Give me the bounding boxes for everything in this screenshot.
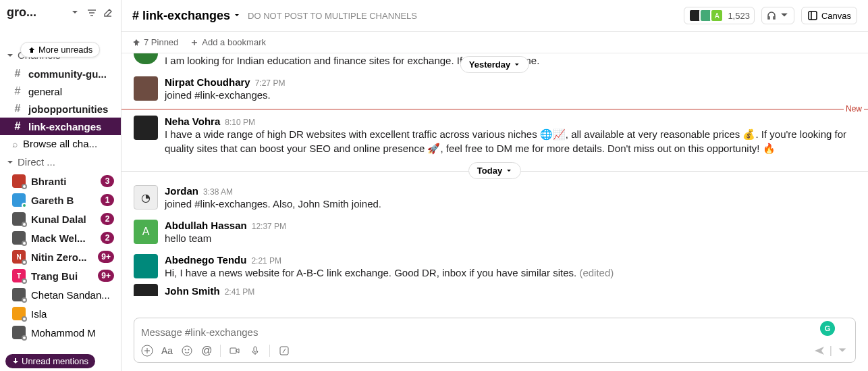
unread-mentions-text: Unread mentions (22, 356, 88, 366)
composer-toolbar: Aa @ | (141, 345, 848, 357)
timestamp[interactable]: 2:41 PM (225, 287, 255, 296)
message-item[interactable]: Abednego Tendu2:21 PM Hi, I have a news … (121, 250, 868, 285)
channel-name: general (28, 86, 114, 97)
date-divider-yesterday[interactable]: Yesterday (460, 56, 529, 73)
dm-item[interactable]: Isla (0, 304, 121, 323)
message-item[interactable]: A Abdullah Hassan12:37 PM hello team (121, 216, 868, 250)
canvas-icon (807, 10, 818, 21)
avatar[interactable]: ◔ (134, 185, 158, 209)
huddle-button[interactable] (761, 7, 794, 24)
dm-item[interactable]: Kunal Dalal2 (0, 209, 121, 228)
chevron-down-icon[interactable] (836, 345, 848, 357)
sidebar-footer: Unread mentions (0, 351, 121, 371)
chevron-down-icon (514, 61, 520, 68)
avatar: N (12, 250, 26, 264)
message-item[interactable]: ◔ Jordan3:38 AM joined #link-exchanges. … (121, 181, 868, 216)
unread-badge: 9+ (98, 270, 114, 282)
channel-item[interactable]: #community-gu... (0, 65, 121, 82)
message-list[interactable]: I am looking for Indian education and fi… (121, 53, 868, 318)
format-icon[interactable]: Aa (161, 345, 173, 356)
dm-item[interactable]: Chetan Sandan... (0, 285, 121, 304)
hash-icon: # (12, 68, 23, 80)
sender-name[interactable]: John Smith (165, 285, 220, 296)
grammarly-icon[interactable]: G (820, 321, 835, 336)
message-input[interactable] (141, 324, 848, 341)
sender-name[interactable]: Neha Vohra (165, 116, 220, 127)
channel-name: community-gu... (28, 68, 114, 80)
dm-name: Isla (31, 308, 114, 320)
message-composer[interactable]: G Aa @ | (134, 318, 856, 363)
avatar[interactable] (134, 116, 158, 140)
member-avatars: A (688, 9, 724, 22)
channel-topic[interactable]: DO NOT POST TO MULTIPLE CHANNELS (248, 11, 417, 21)
dm-name: Mack Wel... (31, 232, 95, 244)
message-item[interactable]: Neha Vohra8:10 PM I have a wide range of… (121, 112, 868, 161)
timestamp[interactable]: 2:21 PM (251, 256, 281, 266)
mic-icon[interactable] (249, 345, 261, 357)
canvas-button[interactable]: Canvas (801, 7, 857, 24)
video-icon[interactable] (229, 345, 241, 357)
avatar[interactable] (134, 284, 158, 296)
timestamp[interactable]: 8:10 PM (225, 118, 255, 127)
dm-item[interactable]: Bhranti3 (0, 172, 121, 191)
dm-name: Bhranti (31, 176, 95, 187)
dm-name: Mohammod M (31, 327, 114, 339)
channel-name-button[interactable]: # link-exchanges (132, 9, 241, 23)
unread-mentions-pill[interactable]: Unread mentions (5, 354, 95, 368)
dm-item[interactable]: Mack Wel...2 (0, 228, 121, 247)
sender-name[interactable]: Abdullah Hassan (165, 220, 247, 231)
dm-name: Nitin Zero... (31, 251, 92, 263)
dm-section-header[interactable]: Direct ... (0, 152, 121, 172)
more-unreads-pill[interactable]: More unreads (20, 42, 100, 57)
chevron-down-icon (233, 11, 241, 20)
bookmark-bar: 7 Pinned Add a bookmark (121, 32, 868, 53)
channel-item[interactable]: #general (0, 82, 121, 100)
dm-label: Direct ... (18, 156, 55, 168)
message-item[interactable]: John Smith2:41 PM (121, 284, 868, 296)
dm-item[interactable]: Mohammod M (0, 323, 121, 342)
channel-item[interactable]: #jobopportunities (0, 100, 121, 118)
filter-icon[interactable] (86, 7, 98, 19)
add-bookmark-text: Add a bookmark (202, 37, 266, 47)
sender-name[interactable]: Jordan (165, 185, 198, 197)
channel-name: # link-exchanges (132, 9, 230, 23)
sender-name[interactable]: Abednego Tendu (165, 254, 246, 266)
timestamp[interactable]: 7:27 PM (255, 78, 286, 88)
pinned-text: 7 Pinned (144, 37, 178, 47)
arrow-up-icon (28, 46, 36, 54)
sender-name[interactable]: Nirpat Choudhary (165, 76, 250, 88)
compose-icon[interactable] (102, 7, 114, 19)
mention-icon[interactable]: @ (201, 345, 212, 357)
pinned-button[interactable]: 7 Pinned (132, 37, 178, 47)
dm-name: Trang Bui (31, 270, 92, 282)
send-icon[interactable] (813, 345, 825, 357)
browse-channels[interactable]: ⌕ Browse all cha... (0, 135, 121, 152)
arrow-down-icon (12, 358, 19, 365)
shortcut-icon[interactable] (278, 345, 290, 357)
emoji-icon[interactable] (181, 345, 193, 357)
more-unreads-text: More unreads (38, 45, 92, 55)
member-count-button[interactable]: A 1,523 (684, 7, 755, 24)
date-divider: Today (121, 162, 868, 179)
hash-icon: # (12, 103, 23, 115)
dm-item[interactable]: TTrang Bui9+ (0, 266, 121, 285)
timestamp[interactable]: 12:37 PM (252, 222, 286, 231)
plus-icon[interactable] (141, 345, 153, 357)
message-item[interactable]: Nirpat Choudhary7:27 PM joined #link-exc… (121, 72, 868, 107)
channel-name: jobopportunities (28, 103, 114, 115)
avatar[interactable]: A (134, 220, 158, 244)
dm-name: Gareth B (31, 195, 95, 206)
add-bookmark-button[interactable]: Add a bookmark (190, 37, 266, 47)
unread-badge: 9+ (98, 251, 114, 263)
avatar[interactable] (134, 76, 158, 101)
message-text: joined #link-exchanges. (165, 88, 856, 103)
workspace-switcher[interactable]: gro... (0, 0, 121, 25)
timestamp[interactable]: 3:38 AM (203, 187, 233, 197)
channel-name: link-exchanges (28, 121, 114, 132)
avatar[interactable] (134, 254, 158, 278)
date-divider-today[interactable]: Today (468, 162, 521, 179)
dm-item[interactable]: NNitin Zero...9+ (0, 247, 121, 266)
message-text: I have a wide range of high DR websites … (165, 127, 856, 157)
channel-item[interactable]: #link-exchanges (0, 118, 121, 135)
dm-item[interactable]: Gareth B1 (0, 191, 121, 209)
